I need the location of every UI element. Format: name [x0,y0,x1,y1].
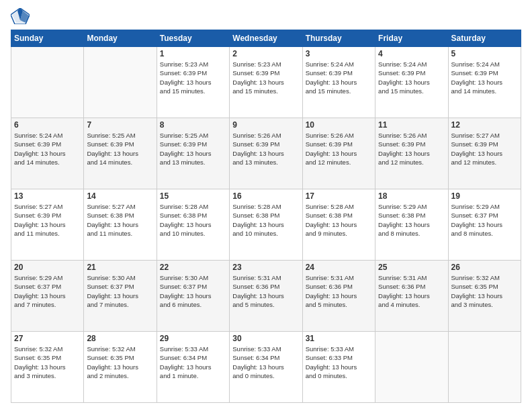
day-number: 4 [378,49,445,58]
calendar-cell: 17Sunrise: 5:28 AM Sunset: 6:38 PM Dayli… [302,189,375,261]
calendar-header-sunday: Sunday [11,30,84,47]
page: SundayMondayTuesdayWednesdayThursdayFrid… [0,0,532,411]
day-number: 28 [87,334,153,343]
calendar-cell: 19Sunrise: 5:29 AM Sunset: 6:37 PM Dayli… [448,189,521,261]
calendar-header-thursday: Thursday [302,30,375,47]
calendar-week-row: 27Sunrise: 5:32 AM Sunset: 6:35 PM Dayli… [11,332,521,403]
calendar-week-row: 20Sunrise: 5:29 AM Sunset: 6:37 PM Dayli… [11,261,521,332]
day-number: 20 [14,263,81,272]
day-number: 19 [451,191,518,201]
calendar-header-friday: Friday [375,30,448,47]
calendar-cell: 25Sunrise: 5:31 AM Sunset: 6:36 PM Dayli… [375,261,448,332]
calendar-cell: 13Sunrise: 5:27 AM Sunset: 6:39 PM Dayli… [11,189,84,261]
calendar-header-row: SundayMondayTuesdayWednesdayThursdayFrid… [11,30,521,47]
calendar-cell: 14Sunrise: 5:27 AM Sunset: 6:38 PM Dayli… [84,189,157,261]
day-number: 3 [306,49,372,58]
day-info: Sunrise: 5:32 AM Sunset: 6:35 PM Dayligh… [14,345,81,380]
day-info: Sunrise: 5:30 AM Sunset: 6:37 PM Dayligh… [87,273,153,309]
day-number: 22 [160,263,226,272]
calendar-cell [375,332,448,403]
day-info: Sunrise: 5:33 AM Sunset: 6:34 PM Dayligh… [160,345,226,380]
calendar-cell: 28Sunrise: 5:32 AM Sunset: 6:35 PM Dayli… [84,332,157,403]
calendar-cell: 12Sunrise: 5:27 AM Sunset: 6:39 PM Dayli… [448,118,521,189]
calendar-cell: 9Sunrise: 5:26 AM Sunset: 6:39 PM Daylig… [230,118,302,189]
day-info: Sunrise: 5:27 AM Sunset: 6:38 PM Dayligh… [87,202,153,238]
calendar-cell: 15Sunrise: 5:28 AM Sunset: 6:38 PM Dayli… [157,189,229,261]
calendar-cell: 4Sunrise: 5:24 AM Sunset: 6:39 PM Daylig… [375,47,448,118]
calendar-week-row: 1Sunrise: 5:23 AM Sunset: 6:39 PM Daylig… [11,47,521,118]
day-info: Sunrise: 5:28 AM Sunset: 6:38 PM Dayligh… [306,202,372,238]
logo-icon [11,8,30,24]
day-number: 21 [87,263,153,272]
calendar-header-wednesday: Wednesday [230,30,302,47]
day-info: Sunrise: 5:25 AM Sunset: 6:39 PM Dayligh… [160,131,226,167]
day-info: Sunrise: 5:28 AM Sunset: 6:38 PM Dayligh… [160,202,226,238]
header [11,8,521,24]
day-info: Sunrise: 5:29 AM Sunset: 6:37 PM Dayligh… [14,273,81,309]
day-info: Sunrise: 5:30 AM Sunset: 6:37 PM Dayligh… [160,273,226,309]
day-info: Sunrise: 5:24 AM Sunset: 6:39 PM Dayligh… [378,60,445,95]
calendar-cell: 23Sunrise: 5:31 AM Sunset: 6:36 PM Dayli… [230,261,302,332]
calendar-week-row: 13Sunrise: 5:27 AM Sunset: 6:39 PM Dayli… [11,189,521,261]
calendar-cell: 2Sunrise: 5:23 AM Sunset: 6:39 PM Daylig… [230,47,302,118]
day-info: Sunrise: 5:29 AM Sunset: 6:37 PM Dayligh… [451,202,518,238]
day-info: Sunrise: 5:26 AM Sunset: 6:39 PM Dayligh… [378,131,445,167]
day-number: 16 [232,191,299,201]
day-number: 24 [306,263,372,272]
calendar-cell: 31Sunrise: 5:33 AM Sunset: 6:33 PM Dayli… [302,332,375,403]
day-info: Sunrise: 5:31 AM Sunset: 6:36 PM Dayligh… [378,273,445,309]
day-info: Sunrise: 5:29 AM Sunset: 6:38 PM Dayligh… [378,202,445,238]
day-number: 11 [378,120,445,130]
calendar-header-tuesday: Tuesday [157,30,229,47]
calendar-cell: 29Sunrise: 5:33 AM Sunset: 6:34 PM Dayli… [157,332,229,403]
calendar-cell: 30Sunrise: 5:33 AM Sunset: 6:34 PM Dayli… [230,332,302,403]
day-info: Sunrise: 5:33 AM Sunset: 6:34 PM Dayligh… [232,345,299,380]
calendar-cell: 10Sunrise: 5:26 AM Sunset: 6:39 PM Dayli… [302,118,375,189]
day-info: Sunrise: 5:33 AM Sunset: 6:33 PM Dayligh… [306,345,372,380]
day-number: 5 [451,49,518,58]
day-number: 15 [160,191,226,201]
day-number: 25 [378,263,445,272]
calendar-cell: 5Sunrise: 5:24 AM Sunset: 6:39 PM Daylig… [448,47,521,118]
day-info: Sunrise: 5:31 AM Sunset: 6:36 PM Dayligh… [306,273,372,309]
calendar-cell: 16Sunrise: 5:28 AM Sunset: 6:38 PM Dayli… [230,189,302,261]
calendar-cell [84,47,157,118]
day-info: Sunrise: 5:26 AM Sunset: 6:39 PM Dayligh… [232,131,299,167]
day-info: Sunrise: 5:24 AM Sunset: 6:39 PM Dayligh… [306,60,372,95]
calendar-cell: 8Sunrise: 5:25 AM Sunset: 6:39 PM Daylig… [157,118,229,189]
day-info: Sunrise: 5:28 AM Sunset: 6:38 PM Dayligh… [232,202,299,238]
calendar-cell [11,47,84,118]
calendar-cell [448,332,521,403]
day-info: Sunrise: 5:24 AM Sunset: 6:39 PM Dayligh… [14,131,81,167]
day-number: 1 [160,49,226,58]
calendar-cell: 21Sunrise: 5:30 AM Sunset: 6:37 PM Dayli… [84,261,157,332]
calendar-cell: 7Sunrise: 5:25 AM Sunset: 6:39 PM Daylig… [84,118,157,189]
day-number: 18 [378,191,445,201]
calendar-header-saturday: Saturday [448,30,521,47]
calendar-cell: 20Sunrise: 5:29 AM Sunset: 6:37 PM Dayli… [11,261,84,332]
day-info: Sunrise: 5:27 AM Sunset: 6:39 PM Dayligh… [14,202,81,238]
day-info: Sunrise: 5:26 AM Sunset: 6:39 PM Dayligh… [306,131,372,167]
calendar-cell: 26Sunrise: 5:32 AM Sunset: 6:35 PM Dayli… [448,261,521,332]
day-number: 27 [14,334,81,343]
day-info: Sunrise: 5:24 AM Sunset: 6:39 PM Dayligh… [451,60,518,95]
day-info: Sunrise: 5:31 AM Sunset: 6:36 PM Dayligh… [232,273,299,309]
day-number: 12 [451,120,518,130]
logo [11,8,32,24]
calendar-cell: 11Sunrise: 5:26 AM Sunset: 6:39 PM Dayli… [375,118,448,189]
calendar-cell: 1Sunrise: 5:23 AM Sunset: 6:39 PM Daylig… [157,47,229,118]
day-number: 29 [160,334,226,343]
day-number: 2 [232,49,299,58]
day-number: 10 [306,120,372,130]
calendar-cell: 22Sunrise: 5:30 AM Sunset: 6:37 PM Dayli… [157,261,229,332]
calendar-week-row: 6Sunrise: 5:24 AM Sunset: 6:39 PM Daylig… [11,118,521,189]
day-number: 23 [232,263,299,272]
day-number: 14 [87,191,153,201]
day-number: 17 [306,191,372,201]
calendar-cell: 24Sunrise: 5:31 AM Sunset: 6:36 PM Dayli… [302,261,375,332]
day-number: 30 [232,334,299,343]
day-number: 9 [232,120,299,130]
day-number: 26 [451,263,518,272]
day-number: 13 [14,191,81,201]
day-number: 6 [14,120,81,130]
